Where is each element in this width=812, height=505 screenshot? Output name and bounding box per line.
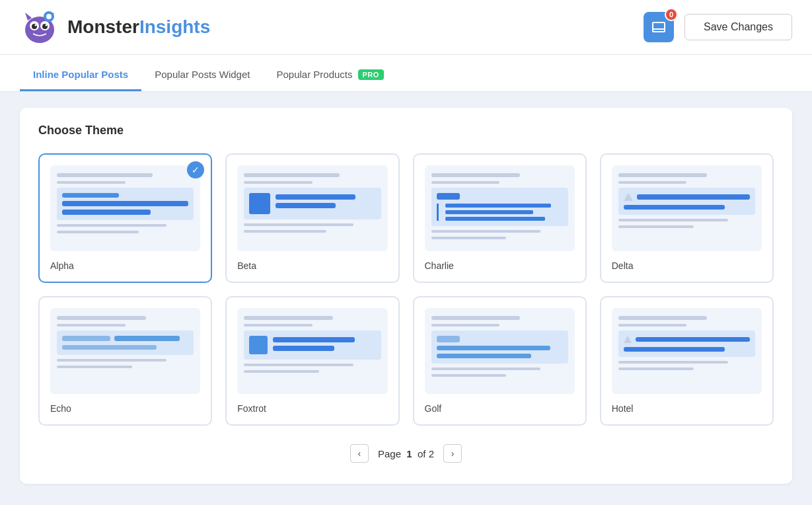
section-title: Choose Theme [38,124,774,137]
tabs-bar: Inline Popular Posts Popular Posts Widge… [0,55,812,92]
notification-button[interactable]: 0 [644,12,674,42]
pagination: ‹ Page 1 of 2 › [38,444,774,463]
svg-point-8 [46,14,52,19]
save-changes-button[interactable]: Save Changes [684,14,792,40]
tab-popular-products[interactable]: Popular Products PRO [263,58,396,91]
pro-badge: PRO [358,69,384,80]
tab-inline-popular-posts[interactable]: Inline Popular Posts [20,58,141,91]
next-page-button[interactable]: › [443,444,462,463]
theme-name-foxtrot: Foxtrot [237,403,387,414]
prev-page-button[interactable]: ‹ [350,444,369,463]
theme-name-charlie: Charlie [425,260,575,271]
theme-preview-hotel [612,308,762,394]
theme-name-delta: Delta [612,260,762,271]
theme-name-hotel: Hotel [612,403,762,414]
svg-point-6 [46,24,48,26]
logo-area: MonsterInsights [20,7,210,47]
theme-preview-beta [237,165,387,251]
theme-name-echo: Echo [50,403,200,414]
theme-card-hotel[interactable]: Hotel [600,296,774,426]
svg-point-5 [35,24,37,26]
theme-preview-charlie [425,165,575,251]
theme-card-delta[interactable]: Delta [600,153,774,283]
theme-card-beta[interactable]: Beta [225,153,399,283]
theme-card-golf[interactable]: Golf [413,296,587,426]
theme-grid: ✓ Alpha [38,153,774,426]
theme-name-alpha: Alpha [50,260,200,271]
theme-preview-delta [612,165,762,251]
theme-card-foxtrot[interactable]: Foxtrot [225,296,399,426]
theme-card-alpha[interactable]: ✓ Alpha [38,153,212,283]
theme-name-golf: Golf [425,403,575,414]
theme-preview-echo [50,308,200,394]
inbox-icon [651,19,667,35]
theme-preview-golf [425,308,575,394]
theme-preview-foxtrot [237,308,387,394]
page-info: Page 1 of 2 [378,448,434,459]
theme-card-charlie[interactable]: Charlie [413,153,587,283]
main-content: Choose Theme ✓ Alpha [0,92,812,500]
header: MonsterInsights 0 Save Changes [0,0,812,55]
theme-name-beta: Beta [237,260,387,271]
tab-popular-posts-widget[interactable]: Popular Posts Widget [141,58,263,91]
theme-preview-alpha [50,165,200,251]
notification-badge: 0 [665,8,678,21]
logo-icon [20,7,59,47]
theme-card-echo[interactable]: Echo [38,296,212,426]
selected-check-icon: ✓ [187,161,204,178]
theme-section: Choose Theme ✓ Alpha [20,108,792,484]
logo-text: MonsterInsights [67,17,210,38]
header-right: 0 Save Changes [644,12,792,42]
